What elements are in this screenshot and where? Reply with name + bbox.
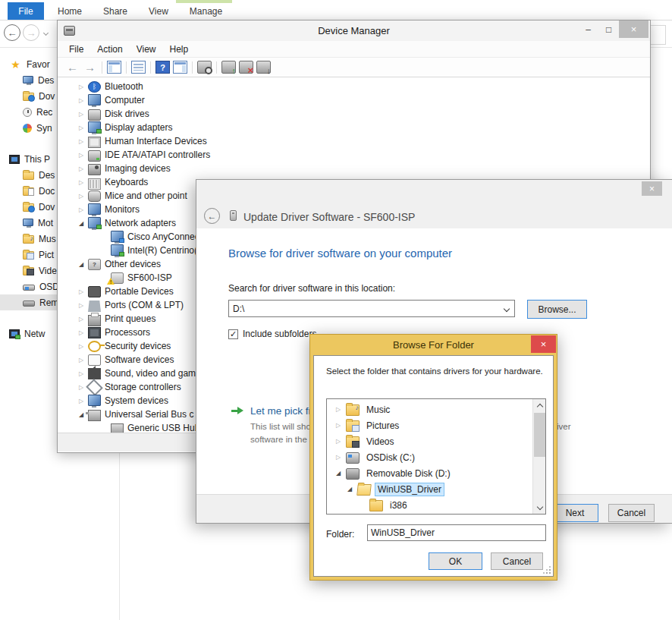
device-label: Intel(R) Centrino( xyxy=(127,245,197,256)
tab-view[interactable]: View xyxy=(138,3,179,20)
expand-arrow-icon[interactable] xyxy=(79,261,88,268)
expand-arrow-icon[interactable] xyxy=(336,470,346,477)
device-tree-item[interactable]: Computer xyxy=(58,93,650,107)
driver-device-icon xyxy=(230,210,237,221)
browse-for-folder-titlebar[interactable]: Browse For Folder × xyxy=(310,335,557,355)
maximize-button[interactable]: □ xyxy=(598,20,619,38)
tab-home[interactable]: Home xyxy=(47,3,93,20)
action-pane[interactable] xyxy=(173,61,187,74)
expand-arrow-icon[interactable] xyxy=(79,302,88,309)
folder-tree-item[interactable]: WinUSB_Driver xyxy=(327,481,545,497)
device-tree-item[interactable]: Bluetooth xyxy=(58,80,650,93)
device-tree-item[interactable]: Display adapters xyxy=(58,121,650,134)
sep[interactable] xyxy=(216,61,217,74)
expand-arrow-icon[interactable] xyxy=(347,486,357,493)
scroll-up-icon[interactable] xyxy=(533,399,546,411)
expand-arrow-icon[interactable] xyxy=(336,438,346,445)
update-driver[interactable] xyxy=(221,61,236,74)
console-tree[interactable] xyxy=(107,61,121,74)
sep[interactable] xyxy=(150,61,151,74)
close-button[interactable]: × xyxy=(619,20,648,38)
device-icon xyxy=(88,121,101,133)
recent-locations-chevron-icon[interactable] xyxy=(43,30,49,36)
resize-grip[interactable] xyxy=(543,566,551,574)
expand-arrow-icon[interactable] xyxy=(79,220,88,227)
forward-button[interactable]: → xyxy=(23,24,39,41)
cancel-button[interactable]: Cancel xyxy=(491,552,543,570)
chevron-down-icon[interactable] xyxy=(504,306,510,312)
scan-computer[interactable] xyxy=(197,61,212,74)
expand-arrow-icon[interactable] xyxy=(79,83,88,90)
expand-arrow-icon[interactable] xyxy=(79,152,88,159)
device-manager-titlebar[interactable]: Device Manager – □ × xyxy=(58,20,650,41)
tab-file[interactable]: File xyxy=(8,2,44,20)
ok-button[interactable]: OK xyxy=(429,552,482,570)
folder-tree-item[interactable]: Music xyxy=(327,401,545,417)
expand-arrow-icon[interactable] xyxy=(79,370,88,377)
device-icon xyxy=(88,315,101,326)
next-button[interactable]: Next xyxy=(551,504,598,522)
expand-arrow-icon[interactable] xyxy=(79,138,88,145)
expand-arrow-icon[interactable] xyxy=(79,329,88,336)
uninstall[interactable] xyxy=(239,61,253,74)
expand-arrow-icon[interactable] xyxy=(79,97,88,104)
expand-arrow-icon[interactable] xyxy=(79,343,88,350)
device-label: Mice and other point xyxy=(105,190,187,201)
expand-arrow-icon[interactable] xyxy=(79,357,88,364)
folder-tree-item[interactable]: Pictures xyxy=(327,417,545,433)
scan-changes[interactable] xyxy=(256,61,271,74)
back-button[interactable]: ← xyxy=(204,208,220,224)
folder-tree-item[interactable]: Removable Disk (D:) xyxy=(327,465,545,481)
sidebar-item-label: Doc xyxy=(39,186,55,197)
back[interactable] xyxy=(65,61,80,74)
tab-share[interactable]: Share xyxy=(93,3,138,20)
browse-button[interactable]: Browse... xyxy=(527,300,587,319)
cancel-button[interactable]: Cancel xyxy=(608,504,655,522)
close-button[interactable]: × xyxy=(531,335,556,353)
expand-arrow-icon[interactable] xyxy=(79,111,88,118)
properties[interactable] xyxy=(131,61,146,74)
folder-tree-item[interactable]: i386 xyxy=(327,497,545,513)
sidebar-item-icon xyxy=(23,235,34,244)
scrollbar[interactable] xyxy=(532,399,545,514)
include-subfolders-checkbox[interactable] xyxy=(228,329,238,339)
back-button[interactable]: ← xyxy=(4,24,20,41)
device-label: Processors xyxy=(105,327,150,338)
device-tree-item[interactable]: Human Interface Devices xyxy=(58,134,650,148)
minimize-button[interactable]: – xyxy=(578,20,598,38)
menu-help[interactable]: Help xyxy=(163,44,196,55)
scroll-down-icon[interactable] xyxy=(533,502,546,514)
scrollbar-thumb[interactable] xyxy=(534,413,545,457)
folder-tree-item[interactable]: Videos xyxy=(327,433,545,449)
close-button[interactable]: × xyxy=(642,181,662,196)
menu-file[interactable]: File xyxy=(62,44,90,55)
folder-field-label: Folder: xyxy=(326,529,354,540)
device-tree-item[interactable]: IDE ATA/ATAPI controllers xyxy=(58,148,650,162)
expand-arrow-icon[interactable] xyxy=(79,206,88,213)
device-tree-item[interactable]: Disk drives xyxy=(58,107,650,121)
expand-arrow-icon[interactable] xyxy=(79,288,88,295)
expand-arrow-icon[interactable] xyxy=(79,193,88,200)
sep[interactable] xyxy=(126,61,127,74)
expand-arrow-icon[interactable] xyxy=(79,316,88,323)
expand-arrow-icon[interactable] xyxy=(79,124,88,131)
folder-name-input[interactable] xyxy=(367,524,546,541)
sep[interactable] xyxy=(102,61,102,74)
expand-arrow-icon[interactable] xyxy=(79,165,88,172)
folder-tree: Music Pictures Videos OSDisk xyxy=(326,398,546,515)
location-combobox[interactable]: D:\ xyxy=(228,300,515,317)
forward[interactable] xyxy=(83,61,97,74)
tab-manage[interactable]: Manage xyxy=(179,3,233,20)
expand-arrow-icon[interactable] xyxy=(336,406,346,413)
menu-view[interactable]: View xyxy=(130,44,163,55)
help[interactable] xyxy=(155,61,170,74)
expand-arrow-icon[interactable] xyxy=(336,454,346,461)
sep[interactable] xyxy=(192,61,193,74)
expand-arrow-icon[interactable] xyxy=(336,422,346,429)
expand-arrow-icon[interactable] xyxy=(79,179,88,186)
expand-arrow-icon[interactable] xyxy=(79,398,88,404)
folder-tree-item[interactable]: OSDisk (C:) xyxy=(327,449,545,465)
sidebar-item-label: Netw xyxy=(24,329,45,339)
device-tree-item[interactable]: Imaging devices xyxy=(58,162,650,175)
menu-action[interactable]: Action xyxy=(90,44,129,55)
